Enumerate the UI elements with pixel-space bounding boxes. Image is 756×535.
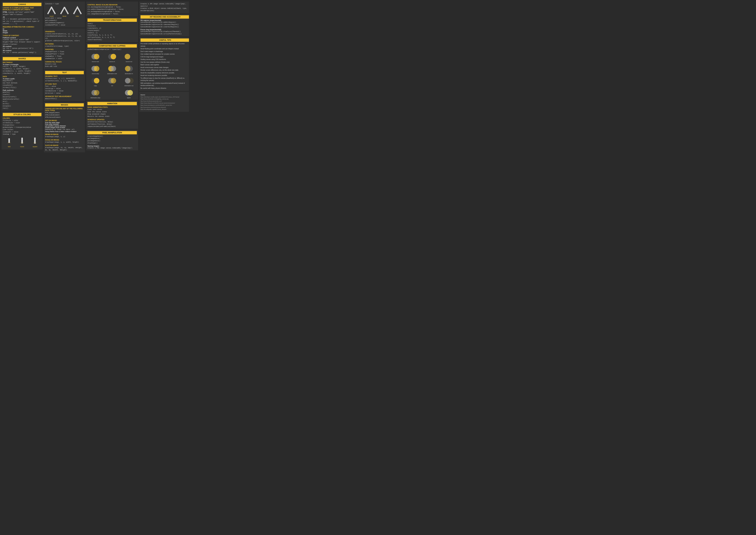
list-item: arc() xyxy=(3,100,41,103)
page-layout: CANVAS CANVAS IS A COMPLEX ELEMENT THAT … xyxy=(2,2,187,153)
control-lines: ctx.mozImageSmoothingEnabled = false;ctx… xyxy=(88,6,137,15)
list-item: Creates a JPG image canvas.toDataURL('im… xyxy=(141,3,189,7)
list-item: restore() xyxy=(88,25,137,27)
content-2d-code: var ctx = canvas.getContext('2d'); xyxy=(3,47,41,49)
canvas-header: CANVAS xyxy=(3,3,41,6)
list-item: Restore the canvas state xyxy=(88,115,137,118)
control-header: CONTROL IMAGE SCALING BEHAVIOR xyxy=(88,4,137,6)
svg-point-19 xyxy=(94,78,99,83)
tip-item: Try different ways to clear the canvas (… xyxy=(141,77,189,82)
fill-rules-lines: Nonzero-ruleEven-odd rule xyxy=(45,63,84,68)
linejoin-round-icon xyxy=(47,6,56,15)
list-item: strokeText(text, x, y [, maxWidth]) xyxy=(45,80,84,82)
advanced-text-lines: measureText() xyxy=(45,98,84,100)
compositing-label: lighter xyxy=(127,97,131,99)
draw-image-code: drawImage(image, x, y) xyxy=(45,136,84,138)
types-header: TYPES OF CONTENT: xyxy=(3,35,41,37)
shadows-header: SHADOWS: xyxy=(45,48,84,50)
list-item: Even-odd rule xyxy=(45,65,84,68)
basic-anim-lines: Clear the canvasSave the canvas stateDra… xyxy=(88,108,137,118)
compositing-label: source-out xyxy=(126,61,132,62)
compositing-item: source-atop xyxy=(88,63,103,74)
rect-methods: rect(x, y, width, height)fillRect(x, y, … xyxy=(3,66,41,74)
list-item: shadowOffsetX = float xyxy=(45,51,84,53)
hit-regions-lines: CanvasRenderingContext2D.addHitRegion()C… xyxy=(141,21,189,28)
linejoin-section: lineJoin = type round bevel xyxy=(44,2,85,27)
compositing-label: destination-out xyxy=(124,85,133,86)
canvas-section: CANVAS CANVAS IS A COMPLEX ELEMENT THAT … xyxy=(2,2,43,55)
rectangle-draw: To draw a rectangle: xyxy=(3,64,41,66)
linejoin-bevel-icon xyxy=(60,6,69,15)
linecap-butt-label: butt xyxy=(8,146,11,148)
content-3d-code: var ctx = canvas.getContext('webgl'); xyxy=(3,51,41,54)
linejoin-miter: miter xyxy=(73,6,82,17)
list-item: resetTransform() xyxy=(88,39,137,41)
js-code1: var c = document.getElementById('cnv'); xyxy=(3,18,41,20)
list-item: CanvasRenderingContext2D.addHitRegion() xyxy=(141,21,189,23)
linecap-demo: butt round square xyxy=(3,137,41,148)
get-image-lines: from the same page:from other domain:use… xyxy=(45,122,84,132)
list-item: strokeStyle = color xyxy=(3,122,41,124)
column-2: lineJoin = type round bevel xyxy=(44,2,85,153)
list-item: getLineDash() xyxy=(45,19,84,22)
useful-tips-header: USEFUL TIPS xyxy=(141,39,189,42)
tip-item: Don't scale images in drawImage xyxy=(141,50,189,53)
compositing-item: destination-in xyxy=(121,63,137,74)
list-item: from other domain: xyxy=(45,124,84,125)
linejoin-bevel: bevel xyxy=(60,6,69,17)
linecap-butt-icon xyxy=(7,138,12,145)
column-4: Creates a JPG image canvas.toDataURL('im… xyxy=(139,2,189,113)
styles-section: STYLES & COLORS COLORS: fillStyle = colo… xyxy=(2,112,43,150)
html-code: <canvas id="cnvs" width="600" height="30… xyxy=(3,12,35,15)
images-header: IMAGES xyxy=(45,103,84,107)
canvas-intro: CANVAS IS A COMPLEX ELEMENT THAT BASICAL… xyxy=(3,7,41,11)
list-item: shadowBlur = float xyxy=(45,55,84,58)
jpg-section: Creates a JPG image canvas.toDataURL('im… xyxy=(139,2,189,13)
list-item: fillText(text, x, y [, maxWidth]) xyxy=(45,77,84,80)
list-item: rect() xyxy=(3,107,41,109)
list-item: Create images from scratch xyxy=(45,127,84,128)
miter-lines: miterLimit = valuegetLineDash()setLineDa… xyxy=(45,17,84,26)
list-item: createLinearGradient(x1, y1, x2, y2) xyxy=(45,33,84,35)
list-item: lineWidth = value xyxy=(3,131,41,133)
tip-item: Use the moz-opaque attribute (Gecko only… xyxy=(141,61,189,64)
required-attrs-header: REQUIRED ATTRIBUTES FOR <CANVAS> xyxy=(3,26,41,28)
list-item: ctx.webkitImageSmoothingEnabled = false; xyxy=(88,8,137,11)
tip-item: Scaling canvas using CSS transforms xyxy=(141,58,189,61)
basic-anim-header: BASIC ANIMATION STEPS: xyxy=(88,106,137,108)
compositing-label: xor xyxy=(111,85,113,86)
list-item: beginPath() xyxy=(3,80,41,82)
patterns-header: PATTERNS: xyxy=(45,43,84,45)
advanced-text-header: ADVANCED TEXT MEASUREMENT xyxy=(45,96,84,97)
compositing-item: source-over xyxy=(88,51,103,62)
shapes-header: SHAPES xyxy=(3,57,41,60)
compositing-icon xyxy=(90,87,101,97)
list-item: strokeRect(x, y, width, height) xyxy=(3,70,41,72)
list-item: gradient.addColorStop(position, color) xyxy=(45,40,84,42)
linecap-butt: butt xyxy=(7,138,12,148)
gradients-section: GRADIENTS: createLinearGradient(x1, y1, … xyxy=(44,28,85,69)
tip-item: CSS for large background images xyxy=(141,56,189,58)
fallback-label: Fallback content xyxy=(3,37,41,39)
attr-width: Width xyxy=(3,30,41,32)
compositing-icon xyxy=(123,87,134,97)
transformations-section: TRANSFORMATIONS save()restore()translate… xyxy=(86,17,138,42)
tip-item: Be careful with heavy physics libraries xyxy=(141,87,189,90)
list-item: Line styles: xyxy=(3,128,41,131)
list-item: setTimeout(function, delay) xyxy=(88,123,137,126)
useful-tips-section: USEFUL TIPS Pre-render similar primitive… xyxy=(139,37,189,91)
list-item: Using frames from a video <video></video… xyxy=(45,131,84,132)
list-item: HTMLVideoElement xyxy=(45,114,84,116)
compositing-item: destination-atop xyxy=(88,87,103,99)
list-item: CanvasRenderingContext2D.scrollPathIntoV… xyxy=(141,33,189,35)
source-link: https://www.tutorialspoint.com/html5/htm… xyxy=(141,104,189,106)
compositing-item: source-in xyxy=(104,51,120,62)
compositing-label: source-in xyxy=(109,61,115,62)
hit-regions-section: HIT REGIONS AND ACCESSIBILITY Hit region… xyxy=(139,14,189,36)
compositing-grid: source-oversource-insource-outsource-ato… xyxy=(88,51,137,99)
list-item: CanvasRenderingContext2D.clearHitRegions… xyxy=(141,26,189,28)
linecap-round-label: round xyxy=(20,146,24,148)
compositing-icon xyxy=(123,51,134,60)
source-link: http://www.html5canvastutorials.com/ xyxy=(141,100,189,102)
list-item: stroke()/fill() xyxy=(3,86,41,89)
